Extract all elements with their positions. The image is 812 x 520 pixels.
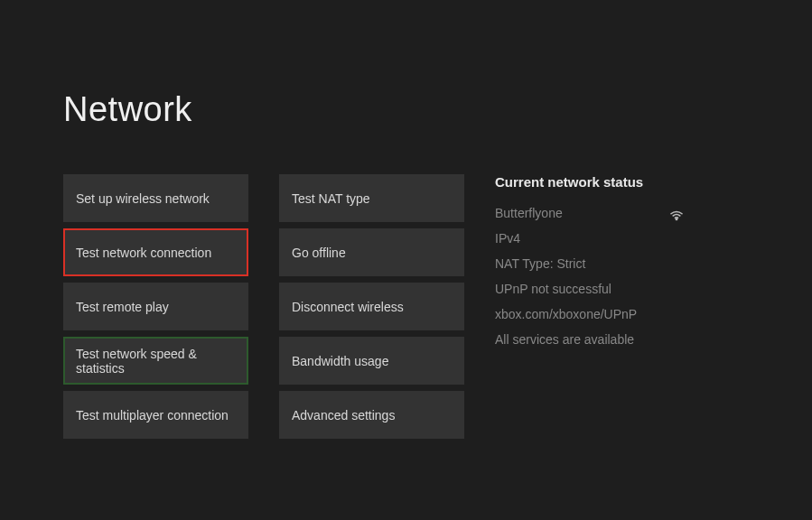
- advanced-settings-button[interactable]: Advanced settings: [279, 391, 464, 439]
- tile-label: Test remote play: [76, 300, 169, 314]
- test-multiplayer-button[interactable]: Test multiplayer connection: [63, 391, 248, 439]
- test-nat-type-button[interactable]: Test NAT type: [279, 174, 464, 222]
- tile-label: Test NAT type: [292, 191, 370, 206]
- status-ip-version: IPv4: [495, 226, 685, 251]
- status-text: UPnP not successful: [495, 276, 611, 302]
- tile-label: Test multiplayer connection: [76, 408, 229, 422]
- test-network-speed-button[interactable]: Test network speed & statistics: [63, 337, 248, 385]
- status-heading: Current network status: [495, 174, 749, 190]
- status-help-url: xbox.com/xboxone/UPnP: [495, 302, 685, 327]
- status-network-name: Butterflyone: [495, 200, 685, 226]
- content-row: Set up wireless network Test network con…: [63, 174, 749, 439]
- tile-label: Bandwidth usage: [292, 354, 388, 368]
- status-text: Butterflyone: [495, 200, 563, 226]
- column-1: Set up wireless network Test network con…: [63, 174, 248, 439]
- disconnect-wireless-button[interactable]: Disconnect wireless: [279, 283, 464, 330]
- status-text: NAT Type: Strict: [495, 251, 585, 276]
- status-text: All services are available: [495, 327, 634, 352]
- go-offline-button[interactable]: Go offline: [279, 228, 464, 276]
- status-nat-type: NAT Type: Strict: [495, 251, 685, 276]
- tile-label: Set up wireless network: [76, 191, 210, 206]
- status-text: IPv4: [495, 226, 520, 251]
- status-panel: Current network status Butterflyone IPv4…: [495, 174, 749, 439]
- tile-label: Go offline: [292, 246, 346, 260]
- wifi-icon: [668, 205, 685, 221]
- status-upnp: UPnP not successful: [495, 276, 685, 302]
- page-title: Network: [63, 90, 749, 129]
- column-2: Test NAT type Go offline Disconnect wire…: [279, 174, 464, 439]
- status-services: All services are available: [495, 327, 685, 352]
- tile-label: Test network speed & statistics: [76, 347, 236, 376]
- setup-wireless-button[interactable]: Set up wireless network: [63, 174, 248, 222]
- tile-label: Test network connection: [76, 246, 211, 260]
- tile-label: Disconnect wireless: [292, 300, 404, 314]
- test-remote-play-button[interactable]: Test remote play: [63, 283, 248, 330]
- tile-label: Advanced settings: [292, 408, 395, 422]
- svg-point-0: [676, 218, 677, 219]
- bandwidth-usage-button[interactable]: Bandwidth usage: [279, 337, 464, 385]
- network-settings-page: Network Set up wireless network Test net…: [0, 0, 812, 439]
- test-network-connection-button[interactable]: Test network connection: [63, 228, 248, 276]
- status-text: xbox.com/xboxone/UPnP: [495, 302, 637, 327]
